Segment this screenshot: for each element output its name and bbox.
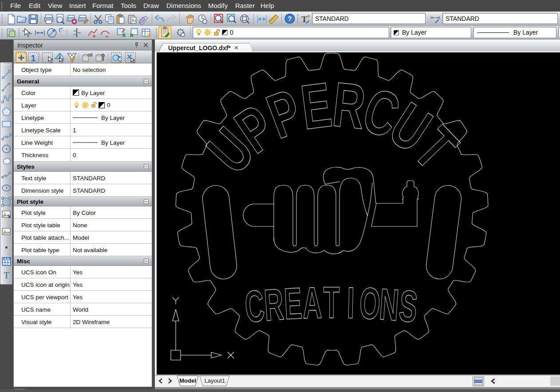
svg-text:N: N — [378, 279, 400, 329]
svg-text:Model: Model — [179, 377, 196, 384]
svg-text:I: I — [347, 277, 355, 327]
svg-text:Layout1: Layout1 — [205, 377, 225, 384]
svg-text:?: ? — [288, 15, 292, 22]
svg-text:T: T — [4, 270, 9, 281]
svg-text:O: O — [359, 278, 382, 329]
svg-text:1: 1 — [31, 53, 36, 63]
svg-text:S: S — [397, 281, 420, 332]
svg-text:A: A — [302, 277, 323, 328]
svg-text:T: T — [301, 15, 307, 24]
svg-text:R: R — [262, 279, 285, 329]
svg-text:T: T — [323, 277, 340, 327]
svg-text:E: E — [283, 278, 303, 328]
